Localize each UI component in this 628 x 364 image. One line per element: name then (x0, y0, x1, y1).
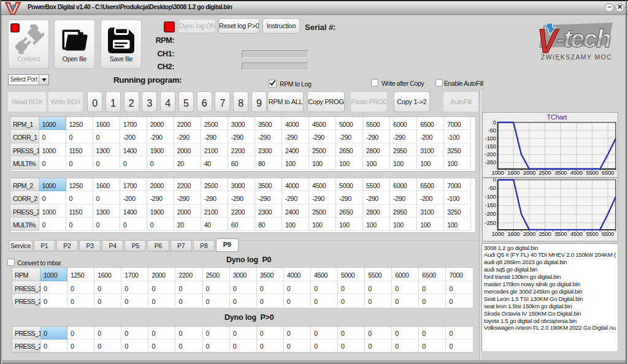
svg-text:1600: 1600 (507, 230, 519, 237)
svg-text:0: 0 (493, 119, 496, 126)
svg-text:-150: -150 (485, 143, 496, 150)
svg-text:5500: 5500 (586, 230, 598, 237)
svg-text:-50: -50 (488, 184, 496, 191)
svg-text:0: 0 (493, 178, 496, 183)
svg-text:1600: 1600 (507, 169, 519, 176)
svg-text:3500: 3500 (554, 169, 567, 176)
svg-text:-250: -250 (485, 159, 496, 165)
svg-text:3500: 3500 (554, 230, 567, 237)
svg-text:-50: -50 (488, 127, 496, 134)
svg-text:2000: 2000 (523, 230, 535, 237)
svg-text:2500: 2500 (539, 169, 551, 176)
svg-text:-250: -250 (485, 219, 496, 226)
svg-text:-200: -200 (485, 151, 496, 157)
svg-text:4500: 4500 (570, 169, 583, 176)
svg-text:-100: -100 (485, 135, 496, 142)
svg-text:4500: 4500 (570, 230, 583, 237)
svg-text:-200: -200 (485, 210, 496, 217)
svg-text:ZWIĘKSZAMY MOC: ZWIĘKSZAMY MOC (541, 53, 612, 61)
svg-text:1000: 1000 (492, 169, 504, 176)
svg-text:-100: -100 (485, 193, 496, 200)
svg-text:TChart: TChart (546, 113, 567, 121)
svg-text:1000: 1000 (492, 230, 504, 237)
svg-text:2500: 2500 (539, 230, 551, 237)
svg-text:-tech: -tech (556, 25, 611, 53)
svg-text:2000: 2000 (523, 169, 535, 176)
svg-text:6500: 6500 (602, 230, 614, 237)
svg-text:6500: 6500 (602, 169, 614, 176)
svg-text:5500: 5500 (586, 169, 598, 176)
svg-text:-150: -150 (485, 202, 496, 208)
